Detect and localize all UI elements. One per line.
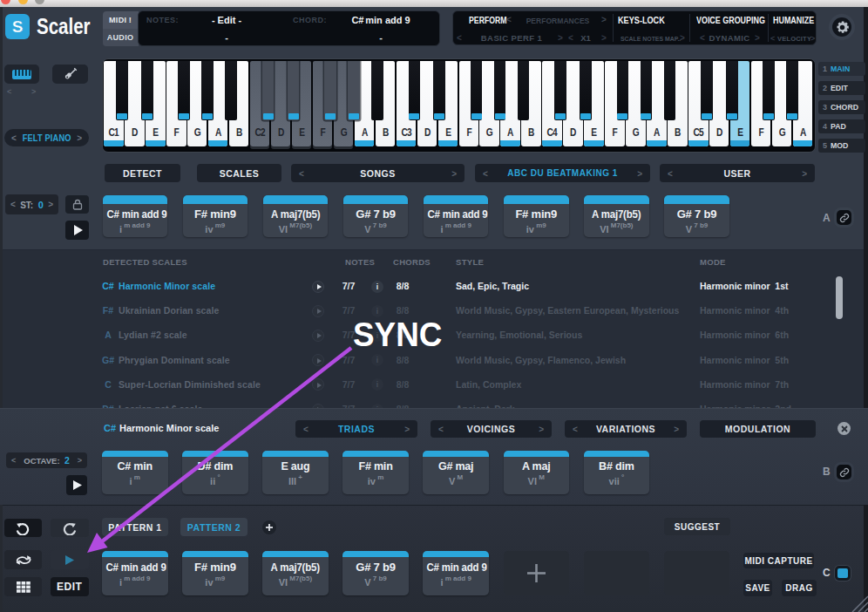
svg-text:S: S [12,17,24,36]
